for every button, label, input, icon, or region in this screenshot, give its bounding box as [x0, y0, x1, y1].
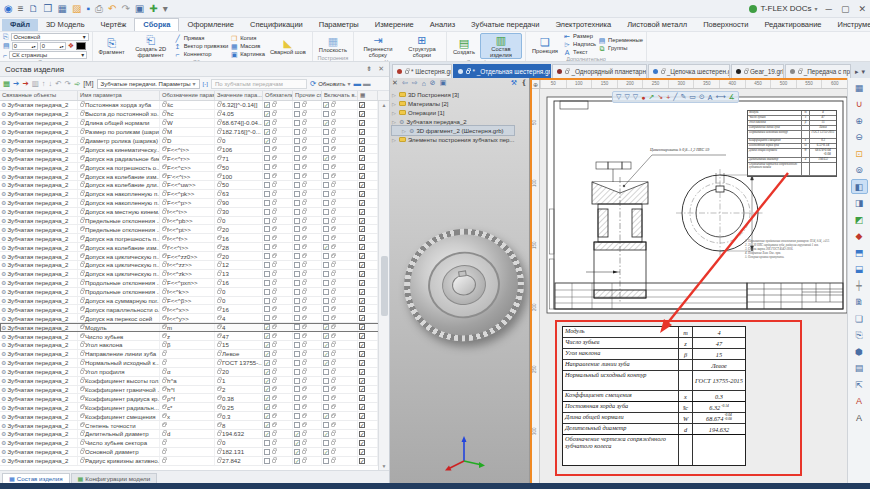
checkbox[interactable]	[359, 253, 365, 259]
tree-item-5[interactable]: ▷⚙3D фрагмент_2 (Шестерня.grb)	[392, 126, 514, 135]
checkbox[interactable]	[323, 378, 329, 384]
filter-layer-icon[interactable]: ▽	[633, 93, 638, 101]
checkbox[interactable]	[359, 129, 365, 135]
checkbox[interactable]	[359, 235, 365, 241]
checkbox[interactable]	[264, 280, 270, 286]
horizontal-ruler[interactable]: 50100150200250300350400450500550600	[540, 80, 847, 89]
column-header-5[interactable]: Обязатель...	[263, 91, 293, 100]
refresh-button[interactable]: ⟳ Обновить▾	[310, 79, 350, 88]
parameter-row[interactable]: ⚙Зубчатая передача_2Коэффициент радиальн…	[0, 403, 389, 412]
checkbox[interactable]	[264, 315, 270, 321]
scroll-thumb[interactable]	[381, 256, 388, 316]
snap-off-icon[interactable]: ↘	[657, 93, 663, 101]
checkbox[interactable]	[323, 271, 329, 277]
checkbox[interactable]	[323, 431, 329, 437]
ribbon-button[interactable]: ⊞Структура сборки	[401, 33, 443, 59]
checkbox[interactable]	[323, 191, 329, 197]
checkbox[interactable]	[294, 324, 300, 330]
checkbox[interactable]	[359, 324, 365, 330]
checkbox[interactable]	[359, 378, 365, 384]
ribbon-tab-5[interactable]: Оформление	[179, 19, 242, 31]
checkbox[interactable]	[264, 324, 270, 330]
qat-dropdown-icon[interactable]: ▾	[163, 3, 168, 14]
brackets-icon[interactable]: [-]	[203, 81, 208, 87]
color-swatch[interactable]	[76, 42, 86, 50]
parameter-row[interactable]: ⚙Зубчатая передача_2Коэффициент радиуса …	[0, 394, 389, 403]
checkbox[interactable]	[359, 306, 365, 312]
parameter-row[interactable]: ⚙Зубчатая передача_2Допуск на циклическу…	[0, 261, 389, 270]
palette-icon[interactable]: ❖	[68, 42, 74, 50]
section-cube-icon[interactable]: ⬒	[851, 245, 868, 260]
gear-3d-model[interactable]	[397, 221, 530, 349]
document-tab-2[interactable]: * _Отдельная шестерня.grb✕	[453, 64, 551, 78]
ribbon-tab-11[interactable]: Электротехника	[547, 19, 619, 31]
checkbox[interactable]	[359, 138, 365, 144]
parameter-row[interactable]: ⚙Зубчатая передача_2Основной диаметр182.…	[0, 448, 389, 457]
save-icon[interactable]: ▪	[86, 3, 90, 14]
parameter-row[interactable]: ⚙Зубчатая передача_2Допуск на местную ки…	[0, 208, 389, 217]
checkbox[interactable]	[323, 129, 329, 135]
checkbox[interactable]	[264, 235, 270, 241]
checkbox[interactable]	[323, 289, 329, 295]
parameter-row[interactable]: ⚙Зубчатая передача_2Диаметр ролика (шари…	[0, 137, 389, 146]
ribbon-tab-9[interactable]: Анализ	[422, 19, 463, 31]
page-new-icon[interactable]: ⎘	[851, 328, 868, 343]
save-as-icon[interactable]: ▬	[363, 79, 371, 88]
tree-item-1[interactable]: ▷3D Построения [3]	[392, 90, 514, 99]
priority-spinner[interactable]: 0▴▾	[40, 42, 66, 50]
menu-icon[interactable]: ≡	[18, 3, 24, 14]
ribbon-tab-8[interactable]: Измерение	[367, 19, 422, 31]
scroll-up-icon[interactable]: ▲	[382, 102, 387, 108]
ribbon-tab-13[interactable]: Поверхности	[695, 19, 756, 31]
checkbox[interactable]	[264, 342, 270, 348]
parameter-row[interactable]: ⚙Зубчатая передача_2Коэффициент гранично…	[0, 386, 389, 395]
view-next-icon[interactable]: ◨	[851, 196, 868, 211]
checkbox[interactable]	[359, 351, 365, 357]
ribbon-tab-12[interactable]: Листовой металл	[619, 19, 695, 31]
ribbon-tab-1[interactable]: Файл	[2, 19, 38, 31]
ribbon-small-button[interactable]: ⌐Коннектор	[174, 51, 229, 58]
view-dropdown[interactable]: Зубчатые передачи. Параметры▾	[97, 79, 200, 89]
checkbox[interactable]	[294, 333, 300, 339]
checkbox[interactable]	[264, 253, 270, 259]
checkbox[interactable]	[264, 200, 270, 206]
checkbox[interactable]	[323, 413, 329, 419]
checkbox[interactable]	[323, 200, 329, 206]
parameter-row[interactable]: ⚙Зубчатая передача_2Допуск параллельност…	[0, 305, 389, 314]
picture-icon[interactable]: ▣	[135, 3, 144, 14]
checkbox[interactable]	[294, 351, 300, 357]
checkbox[interactable]	[264, 173, 270, 179]
parameter-row[interactable]: ⚙Зубчатая передача_2Допуск на накопленну…	[0, 190, 389, 199]
checkbox[interactable]	[359, 440, 365, 446]
redo-icon[interactable]: ↷	[121, 3, 129, 14]
parameter-row[interactable]: ⚙Зубчатая передача_2Угол профиляα20	[0, 368, 389, 377]
checkbox[interactable]	[294, 129, 300, 135]
checkbox[interactable]	[323, 306, 329, 312]
parameter-row[interactable]: ⚙Зубчатая передача_2Размер по роликам (ш…	[0, 128, 389, 137]
checkbox[interactable]	[323, 102, 329, 108]
table-scrollbar[interactable]: ▲ ▼	[378, 101, 389, 470]
parameter-row[interactable]: ⚙Зубчатая передача_2Допуск на колебание …	[0, 172, 389, 181]
checkbox[interactable]	[359, 315, 365, 321]
ribbon-small-button[interactable]: ↥Вектор привязки	[174, 43, 229, 50]
document-tab-4[interactable]: _Цепочка шестерен.grb	[648, 64, 730, 78]
ribbon-tab-6[interactable]: Спецификации	[242, 19, 311, 31]
checkbox[interactable]	[264, 458, 270, 464]
clip-cube-icon[interactable]: ⬓	[851, 262, 868, 277]
checkbox[interactable]	[294, 218, 300, 224]
checkbox[interactable]	[359, 449, 365, 455]
checkbox[interactable]	[264, 226, 270, 232]
parameter-row[interactable]: ⚙Зубчатая передача_2Степень точности8	[0, 421, 389, 430]
layer-dropdown[interactable]: Основной▾	[11, 33, 89, 41]
checkbox[interactable]	[294, 306, 300, 312]
checkbox[interactable]	[359, 164, 365, 170]
checkbox[interactable]	[264, 440, 270, 446]
checkbox[interactable]	[264, 218, 270, 224]
parameter-row[interactable]: ⚙Зубчатая передача_2Угол наклонаβ15	[0, 341, 389, 350]
checkbox[interactable]	[323, 209, 329, 215]
panel-bottom-tab-1[interactable]: ▦Состав изделия	[2, 473, 70, 483]
checkbox[interactable]	[359, 218, 365, 224]
ribbon-tab-10[interactable]: Зубчатые передачи	[463, 19, 547, 31]
point-tool-icon[interactable]: +	[666, 93, 670, 101]
parameter-row[interactable]: ⚙Зубчатая передача_2Допуск на погрешност…	[0, 163, 389, 172]
